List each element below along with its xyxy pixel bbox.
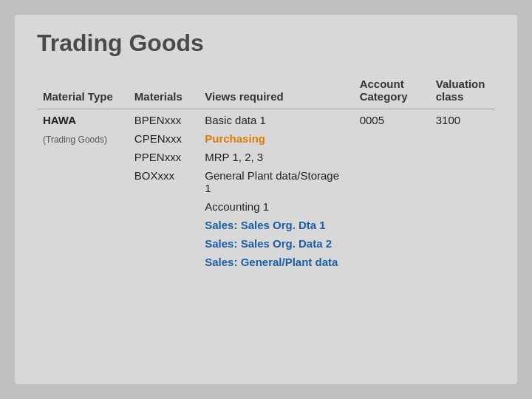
cell-valuation-class [430,148,495,166]
cell-view: Sales: General/Plant data [199,253,353,271]
cell-view: Accounting 1 [199,197,353,216]
table-row: Accounting 1 [37,197,495,216]
cell-valuation-class [430,216,495,234]
col-header-views: Views required [199,75,353,109]
cell-account-category [354,166,430,197]
trading-goods-label: (Trading Goods) [43,134,107,145]
cell-material-type [37,253,129,271]
table-row: BOXxxxGeneral Plant data/Storage 1 [37,166,495,197]
cell-material-type [37,197,129,216]
table-row: Sales: Sales Org. Dta 1 [37,216,495,234]
cell-material-type [37,166,129,197]
cell-valuation-class [430,234,495,253]
col-header-material-type: Material Type [37,75,129,109]
cell-view: MRP 1, 2, 3 [199,148,353,166]
cell-materials: BOXxxx [129,166,199,197]
table-row: PPENxxxMRP 1, 2, 3 [37,148,495,166]
cell-account-category [354,253,430,271]
cell-materials: BPENxxx [129,109,199,130]
cell-valuation-class: 3100 [430,109,495,130]
cell-view: Basic data 1 [199,109,353,130]
cell-view: Sales: Sales Org. Dta 1 [199,216,353,234]
cell-material-type [37,216,129,234]
cell-account-category [354,148,430,166]
cell-materials [129,253,199,271]
cell-valuation-class [430,197,495,216]
cell-material-type: HAWA [37,109,129,130]
table-row: Sales: Sales Org. Data 2 [37,234,495,253]
cell-valuation-class [430,166,495,197]
cell-material-type [37,234,129,253]
table-row: HAWABPENxxxBasic data 100053100 [37,109,495,130]
cell-account-category [354,216,430,234]
table-header: Material Type Materials Views required A… [37,75,495,109]
cell-account-category [354,129,430,148]
cell-view: Sales: Sales Org. Data 2 [199,234,353,253]
table-body: HAWABPENxxxBasic data 100053100(Trading … [37,109,495,272]
slide: Trading Goods Material Type Materials Vi… [15,15,517,384]
cell-materials [129,216,199,234]
table-row: Sales: General/Plant data [37,253,495,271]
cell-materials [129,234,199,253]
col-header-materials: Materials [129,75,199,109]
cell-account-category: 0005 [354,109,430,130]
cell-account-category [354,234,430,253]
cell-materials: PPENxxx [129,148,199,166]
col-header-account: Account Category [354,75,430,109]
cell-materials: CPENxxx [129,129,199,148]
cell-valuation-class [430,253,495,271]
cell-account-category [354,197,430,216]
cell-material-type: (Trading Goods) [37,129,129,148]
slide-title: Trading Goods [37,30,495,57]
cell-valuation-class [430,129,495,148]
cell-material-type [37,148,129,166]
cell-view: Purchasing [199,129,353,148]
table-row: (Trading Goods)CPENxxxPurchasing [37,129,495,148]
col-header-valuation: Valuation class [430,75,495,109]
content-table: Material Type Materials Views required A… [37,75,495,271]
cell-materials [129,197,199,216]
cell-view: General Plant data/Storage 1 [199,166,353,197]
